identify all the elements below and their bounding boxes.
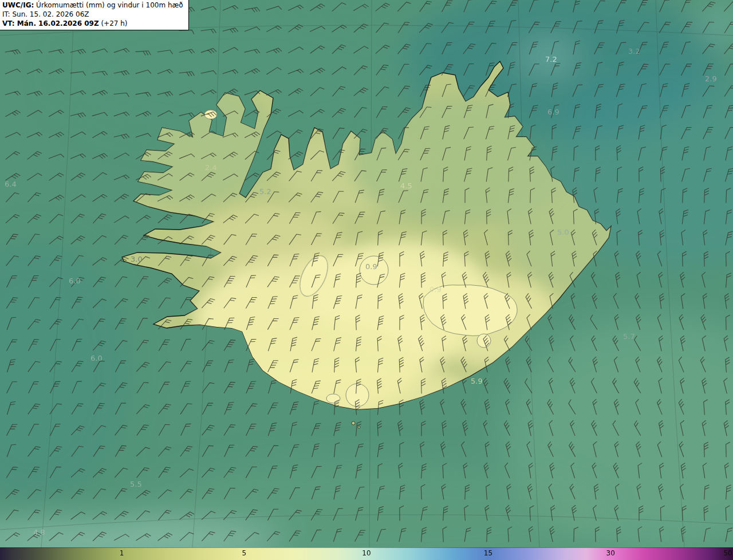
- value-label: 5.9: [471, 377, 483, 385]
- value-label: 5.2: [259, 187, 271, 196]
- value-label: 3.0: [131, 255, 143, 263]
- precipitation-colorbar: 1510153050: [0, 547, 733, 560]
- title-line-init: IT: Sun. 15. 02. 2026 06Z: [2, 10, 183, 19]
- colorbar-tick-label: 50: [723, 550, 732, 557]
- init-value: Sun. 15. 02. 2026 06Z: [10, 10, 89, 18]
- value-label: 5.7: [623, 332, 635, 341]
- title-line-model: UWC/IG: Úrkomumætti (mm) og vindur i 100…: [2, 1, 183, 10]
- value-label: 4.8: [33, 528, 45, 537]
- value-label: 2.4: [205, 163, 217, 172]
- value-label: 5.0: [557, 228, 569, 236]
- value-label: 7.2: [545, 55, 557, 64]
- valid-value: Mán. 16.02.2026 09Z: [15, 19, 99, 27]
- value-label: 0.9: [365, 262, 377, 271]
- weather-map-app: 7.23.22.96.92.46.45.24.55.03.06.00.90.95…: [0, 0, 733, 560]
- value-label: 5.5: [130, 480, 142, 488]
- colorbar-tick-label: 5: [242, 550, 246, 557]
- valid-suffix: (+27 h): [99, 19, 128, 27]
- colorbar-tick-label: 10: [362, 550, 371, 557]
- colorbar-tick-label: 1: [120, 550, 124, 557]
- map-canvas: 7.23.22.96.92.46.45.24.55.03.06.00.90.95…: [0, 0, 733, 547]
- value-label: 4.5: [400, 182, 412, 190]
- model-title: Úrkomumætti (mm) og vindur i 100m hæð: [34, 1, 183, 9]
- value-label: 6.4: [5, 180, 17, 188]
- value-label: 3.2: [628, 47, 640, 56]
- init-label: IT:: [2, 10, 10, 18]
- model-label: UWC/IG:: [2, 1, 34, 9]
- valid-label: VT:: [2, 19, 15, 27]
- value-label: 0.9: [429, 285, 442, 294]
- colorbar-tick-label: 30: [606, 550, 615, 557]
- map-title-box: UWC/IG: Úrkomumætti (mm) og vindur i 100…: [0, 0, 189, 30]
- colorbar-tick-label: 15: [484, 550, 492, 557]
- value-label: 6.0: [90, 354, 103, 362]
- glacier-eyjafjallajokull: [326, 394, 340, 403]
- title-line-valid: VT: Mán. 16.02.2026 09Z (+27 h): [2, 19, 183, 29]
- value-label: 6.9: [547, 108, 559, 116]
- value-label: 2.9: [705, 74, 717, 83]
- value-label: 6.0: [69, 277, 81, 285]
